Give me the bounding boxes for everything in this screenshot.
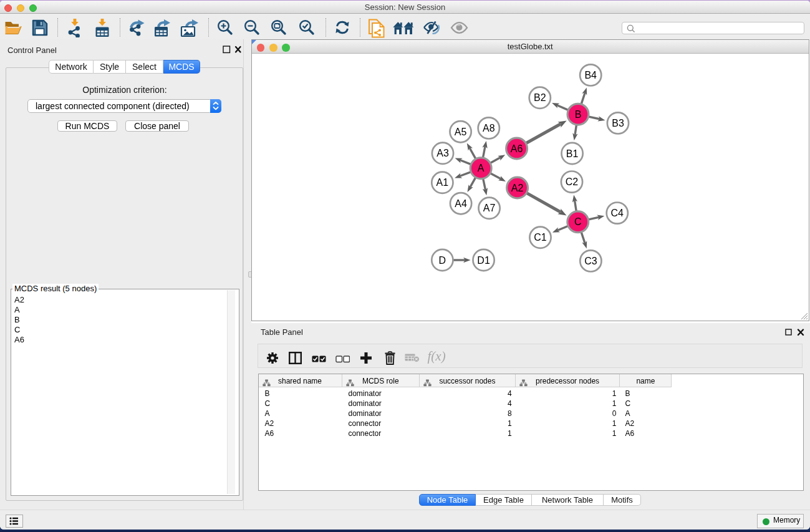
svg-text:B2: B2 <box>534 92 546 103</box>
svg-text:A2: A2 <box>511 183 524 193</box>
svg-text:B1: B1 <box>566 148 579 159</box>
svg-text:C2: C2 <box>566 177 579 187</box>
svg-text:A7: A7 <box>483 203 496 213</box>
svg-text:D: D <box>439 255 446 266</box>
svg-text:A8: A8 <box>483 123 495 133</box>
svg-text:A3: A3 <box>436 148 449 158</box>
svg-text:A1: A1 <box>436 177 449 188</box>
svg-text:B3: B3 <box>612 118 624 128</box>
svg-text:B4: B4 <box>584 70 597 80</box>
svg-text:A5: A5 <box>455 127 467 137</box>
svg-text:B: B <box>575 109 582 120</box>
svg-text:C: C <box>574 216 582 227</box>
svg-text:C3: C3 <box>584 256 597 266</box>
svg-text:D1: D1 <box>477 255 490 266</box>
svg-text:C1: C1 <box>534 232 547 243</box>
svg-text:A: A <box>478 163 485 173</box>
svg-text:C4: C4 <box>611 208 624 218</box>
svg-text:A4: A4 <box>455 198 467 209</box>
svg-text:A6: A6 <box>511 143 523 154</box>
